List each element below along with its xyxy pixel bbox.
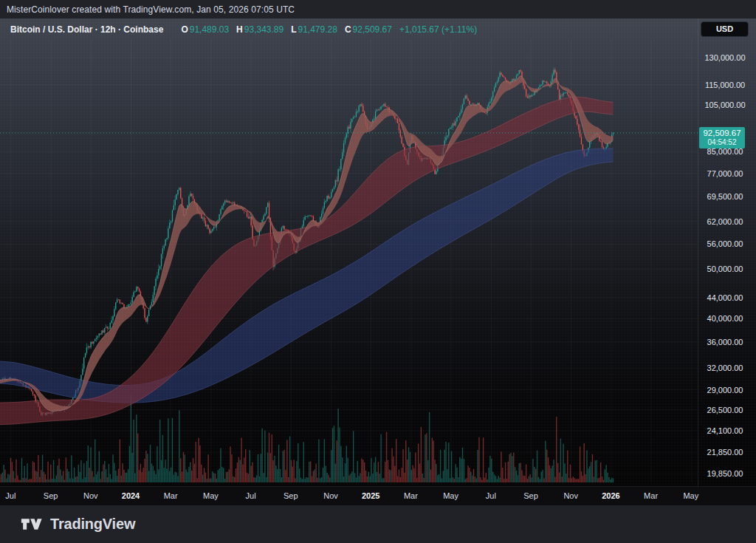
- tradingview-logo-icon[interactable]: [21, 517, 43, 531]
- price-tick-label: 24,100.00: [698, 426, 752, 435]
- price-tick-label: 130,000.00: [698, 53, 752, 62]
- bar-countdown: 04:54:52: [699, 138, 745, 147]
- price-tick-label: 50,000.00: [698, 264, 752, 273]
- open-label: O: [181, 24, 188, 35]
- currency-toggle-button[interactable]: USD: [701, 21, 749, 37]
- price-tick-label: 19,850.00: [698, 469, 752, 478]
- low-value: 91,479.28: [298, 24, 337, 35]
- high-value: 93,343.89: [244, 24, 284, 35]
- price-tick-label: 44,000.00: [698, 293, 752, 302]
- time-tick-month-label: Sep: [284, 487, 298, 505]
- time-tick-month-label: Nov: [563, 487, 578, 505]
- time-tick-month-label: May: [443, 487, 458, 505]
- tradingview-brand-text[interactable]: TradingView: [50, 516, 135, 533]
- symbol-title[interactable]: Bitcoin / U.S. Dollar · 12h · Coinbase: [10, 24, 163, 35]
- attribution-text: MisterCoinlover created with TradingView…: [7, 4, 295, 15]
- time-tick-month-label: Mar: [404, 487, 418, 505]
- time-tick-month-label: Sep: [44, 487, 58, 505]
- tradingview-footer: TradingView: [0, 505, 756, 543]
- price-tick-label: 29,000.00: [698, 386, 752, 395]
- price-scale[interactable]: USD 92,509.67 04:54:52 130,000.00115,000…: [698, 18, 756, 486]
- open-value: 91,489.03: [190, 24, 229, 35]
- change-value: +1,015.67 (+1.11%): [399, 24, 477, 35]
- time-scale[interactable]: JulSepNov2024MarMayJulSepNov2025MarMayJu…: [0, 486, 756, 505]
- price-tick-label: 69,500.00: [698, 192, 752, 201]
- low-label: L: [291, 24, 296, 35]
- time-tick-month-label: Mar: [644, 487, 658, 505]
- close-value: 92,509.67: [353, 24, 392, 35]
- time-tick-month-label: May: [683, 487, 698, 505]
- price-tick-label: 77,000.00: [698, 169, 752, 178]
- price-chart-canvas[interactable]: [0, 18, 698, 486]
- time-tick-month-label: May: [203, 487, 219, 505]
- symbol-legend: Bitcoin / U.S. Dollar · 12h · Coinbase O…: [10, 24, 477, 35]
- time-tick-month-label: Nov: [323, 487, 338, 505]
- time-tick-month-label: Jul: [486, 487, 496, 505]
- price-tick-label: 105,000.00: [698, 100, 752, 109]
- last-price-badge: 92,509.67 04:54:52: [699, 127, 745, 148]
- time-tick-month-label: Mar: [164, 487, 178, 505]
- time-tick-year-label: 2024: [122, 487, 140, 505]
- price-tick-label: 32,000.00: [698, 363, 752, 372]
- tradingview-chart-page: MisterCoinlover created with TradingView…: [0, 0, 756, 543]
- price-tick-label: 115,000.00: [698, 81, 752, 89]
- last-price-value: 92,509.67: [699, 128, 745, 138]
- chart-pane[interactable]: Bitcoin / U.S. Dollar · 12h · Coinbase O…: [0, 18, 756, 486]
- time-tick-month-label: Jul: [5, 487, 16, 505]
- price-tick-label: 40,000.00: [698, 314, 752, 323]
- price-tick-label: 56,000.00: [698, 239, 752, 248]
- price-tick-label: 21,850.00: [698, 448, 752, 457]
- time-tick-month-label: Jul: [246, 487, 256, 505]
- attribution-bar: MisterCoinlover created with TradingView…: [0, 0, 756, 18]
- price-tick-label: 26,500.00: [698, 406, 752, 414]
- time-tick-month-label: Sep: [523, 487, 538, 505]
- close-label: C: [345, 24, 351, 35]
- time-tick-year-label: 2026: [602, 487, 619, 505]
- time-tick-year-label: 2025: [362, 487, 379, 505]
- price-tick-label: 85,000.00: [698, 147, 752, 156]
- high-label: H: [236, 24, 243, 35]
- time-tick-month-label: Nov: [83, 487, 98, 505]
- price-tick-label: 36,000.00: [698, 338, 752, 346]
- price-tick-label: 62,000.00: [698, 217, 752, 226]
- mid-ma-band: [0, 97, 614, 424]
